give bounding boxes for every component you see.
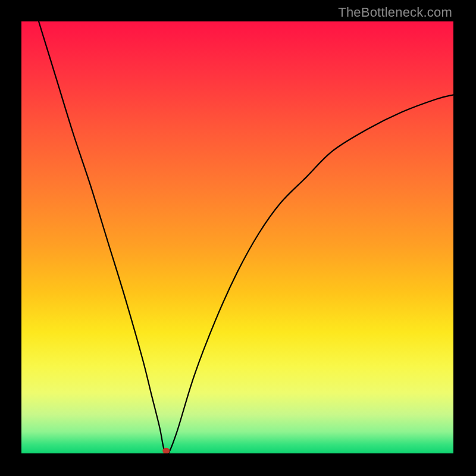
plot-area bbox=[21, 21, 453, 453]
bottleneck-curve bbox=[21, 21, 453, 453]
watermark-text: TheBottleneck.com bbox=[338, 5, 452, 20]
curve-path bbox=[39, 21, 453, 453]
chart-frame: TheBottleneck.com bbox=[0, 0, 476, 476]
